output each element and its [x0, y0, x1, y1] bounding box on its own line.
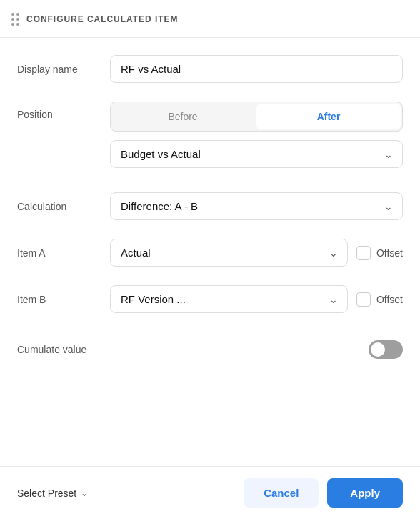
- calculation-row: Calculation Difference: A - B ⌄: [17, 192, 403, 220]
- position-before-btn[interactable]: Before: [111, 102, 255, 131]
- panel-title: CONFIGURE CALCULATED ITEM: [26, 14, 178, 24]
- item-b-dropdown-wrapper: RF Version ... ⌄: [110, 285, 348, 313]
- select-preset-label: Select Preset: [17, 488, 76, 499]
- cumulate-value-row: Cumulate value: [17, 340, 403, 359]
- item-a-dropdown[interactable]: Actual: [110, 239, 348, 267]
- cumulate-value-toggle[interactable]: [369, 340, 403, 359]
- item-b-offset-label: Offset: [376, 294, 403, 305]
- select-preset-button[interactable]: Select Preset ⌄: [17, 488, 88, 499]
- item-b-offset-group: Offset: [356, 292, 403, 307]
- display-name-input[interactable]: [110, 55, 403, 83]
- select-preset-chevron-icon: ⌄: [81, 488, 88, 498]
- item-b-controls: RF Version ... ⌄ Offset: [110, 285, 403, 313]
- item-a-offset-group: Offset: [356, 246, 403, 260]
- cumulate-value-slider: [369, 340, 403, 359]
- item-b-label: Item B: [17, 294, 110, 305]
- item-a-dropdown-wrapper: Actual ⌄: [110, 239, 348, 267]
- item-a-offset-label: Offset: [376, 247, 403, 259]
- spacer-2: [17, 332, 403, 340]
- item-a-label: Item A: [17, 247, 110, 259]
- footer-action-buttons: Cancel Apply: [244, 478, 403, 508]
- cancel-button[interactable]: Cancel: [244, 478, 319, 508]
- display-name-row: Display name: [17, 55, 403, 83]
- configure-calculated-item-panel: CONFIGURE CALCULATED ITEM Display name P…: [0, 0, 420, 519]
- calculation-dropdown[interactable]: Difference: A - B: [110, 192, 403, 220]
- cumulate-value-label: Cumulate value: [17, 344, 110, 355]
- calculation-dropdown-wrapper: Difference: A - B ⌄: [110, 192, 403, 220]
- spacer-1: [17, 187, 403, 192]
- item-a-controls: Actual ⌄ Offset: [110, 239, 403, 267]
- item-b-row: Item B RF Version ... ⌄ Offset: [17, 285, 403, 313]
- item-a-row: Item A Actual ⌄ Offset: [17, 239, 403, 267]
- drag-handle-icon[interactable]: [11, 13, 19, 26]
- position-dropdown-wrapper: Budget vs Actual ⌄: [110, 140, 403, 168]
- calculation-label: Calculation: [17, 201, 110, 212]
- position-label: Position: [17, 102, 110, 120]
- item-b-offset-checkbox[interactable]: [356, 292, 371, 307]
- position-row: Position Before After Budget vs Actual ⌄: [17, 102, 403, 168]
- panel-footer: Select Preset ⌄ Cancel Apply: [0, 467, 420, 519]
- position-after-btn[interactable]: After: [256, 104, 401, 129]
- panel-header: CONFIGURE CALCULATED ITEM: [0, 0, 420, 38]
- display-name-field-wrapper: [110, 55, 403, 83]
- form-body: Display name Position Before After Budge…: [0, 38, 420, 460]
- apply-button[interactable]: Apply: [327, 478, 403, 508]
- display-name-label: Display name: [17, 64, 110, 75]
- position-dropdown[interactable]: Budget vs Actual: [110, 140, 403, 168]
- item-b-dropdown[interactable]: RF Version ...: [110, 285, 348, 313]
- position-controls: Before After Budget vs Actual ⌄: [110, 102, 403, 168]
- cumulate-value-toggle-wrapper: [110, 340, 403, 359]
- position-toggle-group: Before After: [110, 102, 403, 132]
- item-a-offset-checkbox[interactable]: [356, 246, 371, 260]
